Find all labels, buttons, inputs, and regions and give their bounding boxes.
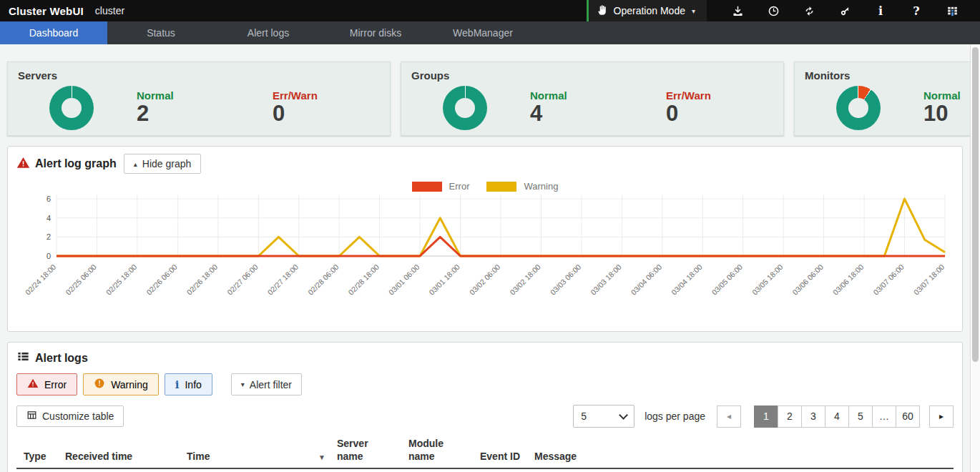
alert-filter-button[interactable]: ▾ Alert filter: [231, 373, 302, 395]
svg-text:03/01 18:00: 03/01 18:00: [427, 262, 461, 297]
filter-error-button[interactable]: Error: [16, 373, 77, 395]
column-header-received-time[interactable]: Received time: [58, 436, 180, 468]
card-title-servers: Servers: [18, 69, 380, 82]
svg-text:03/04 06:00: 03/04 06:00: [629, 262, 664, 297]
groups-errwarn-stat: Err/Warn0: [666, 89, 773, 126]
logs-per-page-select[interactable]: 5: [573, 405, 634, 428]
alert-logs-table: TypeReceived timeTime▼ServernameModulena…: [16, 436, 954, 472]
column-header-time[interactable]: Time▼: [180, 436, 330, 468]
svg-text:02/25 18:00: 02/25 18:00: [104, 262, 139, 297]
tab-mirror-disks[interactable]: Mirror disks: [322, 21, 429, 44]
tab-alert-logs[interactable]: Alert logs: [215, 21, 322, 44]
table-header-row: TypeReceived timeTime▼ServernameModulena…: [16, 436, 954, 468]
chevron-up-icon: ▴: [134, 160, 137, 168]
column-header-type[interactable]: Type: [16, 436, 58, 468]
alert-logs-title: Alert logs: [16, 350, 954, 366]
alert-log-row[interactable]: 2019/03/07 14:59:13.332 2019/03/07 14:59…: [16, 468, 954, 472]
column-header-module-name[interactable]: Modulename: [401, 436, 473, 468]
chart-legend: ErrorWarning: [16, 181, 954, 192]
download-icon[interactable]: [720, 0, 755, 21]
svg-text:02/27 18:00: 02/27 18:00: [265, 262, 300, 297]
svg-text:02/28 18:00: 02/28 18:00: [346, 262, 381, 297]
tab-dashboard[interactable]: Dashboard: [0, 21, 107, 44]
customize-table-button[interactable]: Customize table: [16, 405, 124, 427]
clock-icon[interactable]: [755, 0, 791, 21]
cluster-name: cluster: [95, 5, 124, 16]
servers-normal-stat: Normal2: [137, 89, 244, 126]
cell-module-name: rm: [401, 468, 473, 472]
toolbar-icons: i?: [707, 0, 980, 21]
sort-desc-icon: ▼: [318, 453, 325, 463]
cell-server-name: server1: [330, 468, 401, 472]
refresh-icon[interactable]: [791, 0, 827, 21]
svg-text:03/02 18:00: 03/02 18:00: [508, 262, 542, 297]
svg-text:0: 0: [46, 252, 51, 260]
alert-log-graph-panel: Alert log graph ▴ Hide graph ErrorWarnin…: [7, 146, 963, 332]
svg-text:2: 2: [46, 232, 51, 241]
page-button-…[interactable]: …: [872, 405, 896, 428]
logs-per-page-label: logs per page: [645, 410, 705, 422]
tab-status[interactable]: Status: [107, 21, 215, 44]
svg-text:02/26 18:00: 02/26 18:00: [185, 262, 220, 297]
svg-text:03/03 18:00: 03/03 18:00: [589, 262, 623, 297]
cell-time: 2019/03/07 14:59:13.307: [180, 468, 330, 472]
column-header-server-name[interactable]: Servername: [330, 436, 401, 468]
page-button-5[interactable]: 5: [848, 405, 873, 428]
scrollbar-thumb[interactable]: [972, 47, 979, 362]
legend-warning: Warning: [486, 181, 558, 192]
column-header-event-id[interactable]: Event ID: [473, 436, 527, 468]
tab-bar: DashboardStatusAlert logsMirror disksWeb…: [0, 21, 980, 44]
alert-log-line-chart: 02/24 18:0002/25 06:0002/25 18:0002/26 0…: [16, 192, 955, 322]
summary-cards-row: Servers Normal2 Err/Warn0 Groups Normal4…: [0, 44, 980, 136]
groups-normal-stat: Normal4: [530, 89, 637, 126]
svg-text:03/04 18:00: 03/04 18:00: [670, 262, 704, 297]
svg-text:03/05 06:00: 03/05 06:00: [710, 262, 744, 297]
page-button-4[interactable]: 4: [825, 405, 849, 428]
scrollbar: [970, 44, 980, 472]
list-icon: [16, 350, 30, 366]
summary-card-servers: Servers Normal2 Err/Warn0: [7, 62, 391, 136]
tab-webmanager[interactable]: WebManager: [429, 21, 536, 44]
svg-text:03/07 18:00: 03/07 18:00: [912, 262, 946, 297]
svg-text:02/28 06:00: 02/28 06:00: [306, 262, 340, 297]
pagination: 5 logs per page ◂ 12345…60 ▸: [573, 405, 954, 428]
page-button-3[interactable]: 3: [801, 405, 825, 428]
cell-event-id: 1504: [473, 468, 527, 472]
filter-info-button[interactable]: iInfo: [165, 373, 212, 395]
page-button-60[interactable]: 60: [896, 405, 920, 428]
chevron-down-icon: [619, 410, 628, 420]
pager-prev-button[interactable]: ◂: [717, 405, 741, 428]
question-icon[interactable]: ?: [898, 0, 934, 21]
card-title-groups: Groups: [411, 69, 773, 82]
summary-card-monitors: Monitors Normal10 Err/Warn1: [794, 62, 980, 136]
column-header-message[interactable]: Message: [527, 436, 954, 468]
card-title-monitors: Monitors: [805, 69, 980, 82]
app-title: Cluster WebUI: [9, 5, 84, 17]
monitors-status-donut: [836, 86, 881, 130]
warning-icon: [94, 378, 105, 391]
page-button-2[interactable]: 2: [778, 405, 802, 428]
hide-graph-button[interactable]: ▴ Hide graph: [124, 154, 202, 174]
table-info-icon[interactable]: [934, 0, 970, 21]
hand-icon: [597, 4, 609, 18]
filter-warning-button[interactable]: Warning: [83, 373, 159, 395]
chevron-down-icon: ▾: [692, 7, 695, 15]
operation-mode-dropdown[interactable]: Operation Mode ▾: [589, 0, 707, 21]
pager-next-button[interactable]: ▸: [929, 405, 954, 428]
pager: 12345…60: [755, 405, 920, 428]
chevron-down-icon: ▾: [241, 380, 245, 388]
page-button-1[interactable]: 1: [754, 405, 778, 428]
svg-text:02/25 06:00: 02/25 06:00: [64, 262, 98, 297]
svg-text:03/06 06:00: 03/06 06:00: [790, 262, 825, 297]
cell-received-time: 2019/03/07 14:59:13.332: [58, 468, 180, 472]
error-icon: [27, 378, 39, 391]
svg-text:02/26 06:00: 02/26 06:00: [144, 262, 179, 297]
alert-log-chart-area: 02/24 18:0002/25 06:0002/25 18:0002/26 0…: [16, 192, 954, 324]
error-triangle-icon: [16, 156, 30, 172]
legend-error: Error: [412, 181, 470, 192]
svg-text:03/01 06:00: 03/01 06:00: [387, 262, 421, 297]
key-icon[interactable]: [827, 0, 863, 21]
svg-text:6: 6: [46, 195, 51, 203]
svg-text:03/06 18:00: 03/06 18:00: [831, 262, 866, 297]
info-icon[interactable]: i: [863, 0, 898, 21]
